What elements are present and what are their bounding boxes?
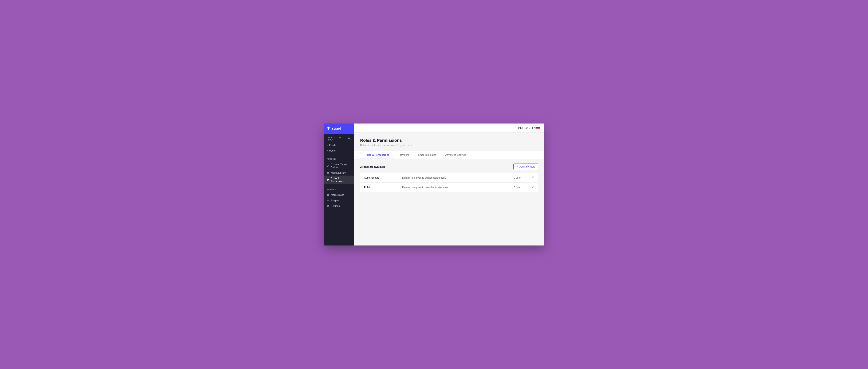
sidebar: strapi Collection Types 🔍 Feeds Users Pl… — [323, 123, 354, 246]
collection-types-section: Collection Types 🔍 Feeds Users — [323, 134, 354, 155]
shopping-icon — [327, 194, 329, 196]
dot-icon — [327, 150, 328, 151]
edit-authenticated-icon[interactable] — [532, 176, 534, 179]
app-window: strapi Collection Types 🔍 Feeds Users Pl… — [323, 123, 545, 246]
lang-label: EN — [532, 126, 536, 130]
image-icon — [327, 172, 329, 174]
list-icon — [327, 199, 329, 202]
role-desc-public: Default role given to unauthenticated us… — [402, 186, 508, 189]
role-name-authenticated: Authenticated — [364, 176, 402, 179]
tabs-bar: Roles & Permissions Providers Email Temp… — [354, 151, 545, 159]
pencil-icon — [327, 165, 329, 167]
chevron-down-icon: ▾ — [529, 127, 530, 129]
tab-advanced-settings[interactable]: Advanced Settings — [441, 151, 470, 159]
sidebar-logo[interactable]: strapi — [323, 123, 354, 134]
username: John Doe — [518, 126, 528, 130]
tab-email-templates[interactable]: Email Templates — [413, 151, 441, 159]
roles-count: 2 roles are available — [360, 165, 385, 168]
role-users-authenticated: 0 user — [508, 176, 527, 179]
sidebar-item-content-types-builder[interactable]: Content-Types Builder — [323, 162, 354, 170]
users-icon — [327, 178, 329, 181]
page-header: Roles & Permissions Define the roles and… — [360, 138, 538, 147]
content-area: Roles & Permissions Define the roles and… — [354, 133, 545, 246]
edit-public-icon[interactable] — [532, 186, 534, 189]
table-row: Public Default role given to unauthentic… — [360, 182, 538, 192]
topbar: John Doe ▾ EN — [354, 123, 545, 133]
sidebar-item-users[interactable]: Users — [323, 148, 354, 153]
flag-icon — [536, 127, 540, 129]
gear-icon — [327, 205, 329, 207]
role-name-public: Public — [364, 186, 402, 189]
sidebar-item-feeds[interactable]: Feeds — [323, 142, 354, 148]
dot-icon — [327, 145, 328, 146]
collection-types-label: Collection Types 🔍 — [323, 137, 354, 142]
general-label: General — [323, 189, 354, 192]
logo-text: strapi — [332, 127, 341, 131]
sidebar-item-marketplace[interactable]: Marketplace — [323, 192, 354, 198]
roles-header: 2 roles are available + Add New Role — [360, 164, 538, 170]
add-new-role-label: Add New Role — [519, 165, 535, 168]
language-selector[interactable]: EN — [532, 126, 540, 130]
role-actions-authenticated — [527, 176, 534, 179]
role-actions-public — [527, 186, 534, 189]
plugins-section: Plugins Content-Types Builder Media Libr… — [323, 155, 354, 186]
sidebar-item-media-library[interactable]: Media Library — [323, 170, 354, 175]
general-section: General Marketplace Plugins — [323, 186, 354, 210]
sidebar-item-plugins[interactable]: Plugins — [323, 198, 354, 203]
strapi-icon — [327, 126, 331, 131]
add-new-role-button[interactable]: + Add New Role — [514, 164, 538, 170]
roles-section: 2 roles are available + Add New Role Aut… — [360, 164, 538, 192]
tab-providers[interactable]: Providers — [394, 151, 413, 159]
main-content: John Doe ▾ EN Roles & Permissions Define… — [354, 123, 545, 246]
table-row: Authenticated Default role given to auth… — [360, 173, 538, 182]
page-title: Roles & Permissions — [360, 138, 538, 143]
sidebar-item-roles-permissions[interactable]: Roles & Permissions — [323, 175, 354, 184]
plus-icon: + — [517, 165, 518, 168]
tab-roles-permissions[interactable]: Roles & Permissions — [360, 151, 394, 159]
page-subtitle: Define the roles and permissions for you… — [360, 144, 538, 147]
plugins-label: Plugins — [323, 158, 354, 162]
role-users-public: 0 user — [508, 186, 527, 189]
role-desc-authenticated: Default role given to authenticated user… — [402, 176, 508, 179]
search-icon[interactable]: 🔍 — [348, 137, 351, 140]
sidebar-item-settings[interactable]: Settings — [323, 203, 354, 209]
roles-table: Authenticated Default role given to auth… — [360, 173, 538, 192]
user-menu[interactable]: John Doe ▾ — [518, 126, 530, 130]
